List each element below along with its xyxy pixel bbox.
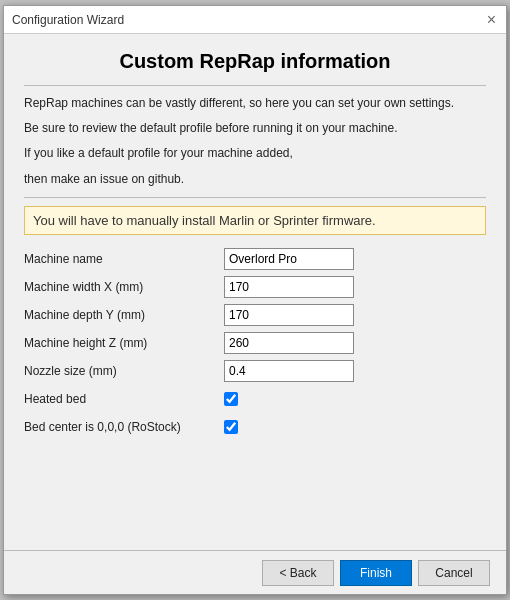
table-row: Machine height Z (mm) <box>24 329 486 357</box>
finish-button[interactable]: Finish <box>340 560 412 586</box>
configuration-wizard-window: Configuration Wizard × Custom RepRap inf… <box>3 5 507 595</box>
info-box: You will have to manually install Marlin… <box>24 206 486 235</box>
info-text: You will have to manually install Marlin… <box>33 213 376 228</box>
heated-bed-checkbox[interactable] <box>224 392 238 406</box>
nozzle-size-field <box>224 357 486 385</box>
table-row: Heated bed <box>24 385 486 413</box>
back-button[interactable]: < Back <box>262 560 334 586</box>
machine-height-field <box>224 329 486 357</box>
machine-name-label: Machine name <box>24 245 224 273</box>
machine-name-field <box>224 245 486 273</box>
close-button[interactable]: × <box>485 12 498 28</box>
heated-bed-field <box>224 385 486 413</box>
divider-top <box>24 85 486 86</box>
table-row: Bed center is 0,0,0 (RoStock) <box>24 413 486 441</box>
bed-center-field <box>224 413 486 441</box>
intro-line-1: RepRap machines can be vastly different,… <box>24 94 486 113</box>
divider-mid <box>24 197 486 198</box>
machine-width-input[interactable] <box>224 276 354 298</box>
title-bar: Configuration Wizard × <box>4 6 506 34</box>
nozzle-size-input[interactable] <box>224 360 354 382</box>
table-row: Machine width X (mm) <box>24 273 486 301</box>
intro-line-2: Be sure to review the default profile be… <box>24 119 486 138</box>
nozzle-size-label: Nozzle size (mm) <box>24 357 224 385</box>
heated-bed-label: Heated bed <box>24 385 224 413</box>
form-table: Machine name Machine width X (mm) Machin… <box>24 245 486 441</box>
machine-height-input[interactable] <box>224 332 354 354</box>
machine-height-label: Machine height Z (mm) <box>24 329 224 357</box>
intro-line-4: then make an issue on github. <box>24 170 486 189</box>
table-row: Machine name <box>24 245 486 273</box>
intro-line-3: If you like a default profile for your m… <box>24 144 486 163</box>
machine-depth-input[interactable] <box>224 304 354 326</box>
main-content: Custom RepRap information RepRap machine… <box>4 34 506 550</box>
table-row: Nozzle size (mm) <box>24 357 486 385</box>
machine-width-label: Machine width X (mm) <box>24 273 224 301</box>
machine-name-input[interactable] <box>224 248 354 270</box>
machine-depth-label: Machine depth Y (mm) <box>24 301 224 329</box>
machine-depth-field <box>224 301 486 329</box>
cancel-button[interactable]: Cancel <box>418 560 490 586</box>
page-title: Custom RepRap information <box>24 50 486 73</box>
table-row: Machine depth Y (mm) <box>24 301 486 329</box>
footer: < Back Finish Cancel <box>4 550 506 594</box>
title-bar-text: Configuration Wizard <box>12 13 124 27</box>
intro-section: RepRap machines can be vastly different,… <box>24 94 486 189</box>
machine-width-field <box>224 273 486 301</box>
bed-center-checkbox[interactable] <box>224 420 238 434</box>
bed-center-label: Bed center is 0,0,0 (RoStock) <box>24 413 224 441</box>
